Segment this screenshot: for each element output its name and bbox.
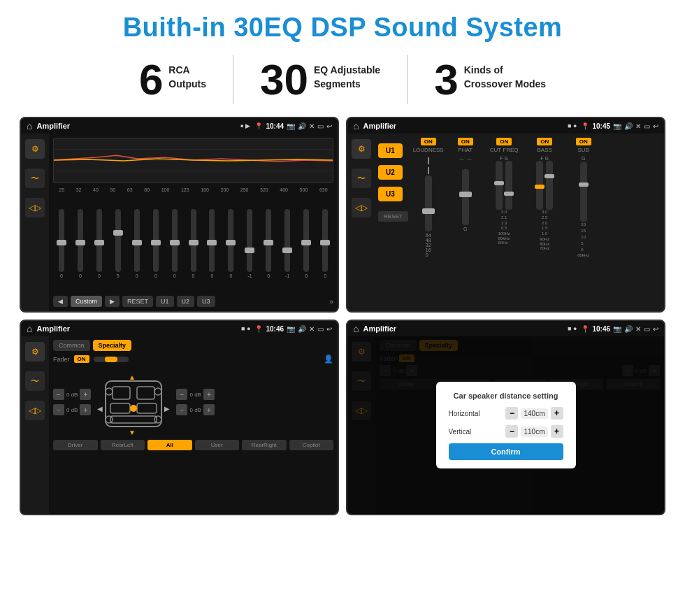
location-icon-4: 📍 [581, 325, 589, 333]
cutfreq-slider-f[interactable] [496, 161, 503, 210]
crossover-u3-btn[interactable]: U3 [378, 187, 403, 201]
svg-point-10 [106, 388, 113, 395]
back-icon-2[interactable]: ↩ [653, 122, 658, 130]
back-icon-4[interactable]: ↩ [653, 325, 658, 333]
crossover-u1-btn[interactable]: U1 [378, 143, 403, 158]
eq-play-btn[interactable]: ▶ [105, 296, 120, 307]
volume-icon-4: 🔊 [624, 325, 633, 333]
phat-label: PHAT [458, 147, 473, 153]
stat-crossover-label: Kinds ofCrossover Modes [464, 58, 546, 91]
loudness-slider[interactable] [425, 176, 432, 231]
crossover-u2-btn[interactable]: U2 [378, 165, 403, 180]
eq-x-icon: ✕ [309, 122, 315, 130]
db-plus-3[interactable]: + [203, 389, 215, 400]
eq-slider-2: 0 [91, 209, 108, 278]
distance-screen-title: Amplifier [363, 324, 563, 333]
eq-wave-icon[interactable]: 〜 [25, 169, 45, 188]
all-btn[interactable]: All [147, 440, 192, 450]
driver-btn[interactable]: Driver [53, 440, 98, 450]
eq-filter-icon[interactable]: ⚙ [25, 139, 45, 159]
home-icon-4[interactable]: ⌂ [353, 323, 359, 334]
copilot-btn[interactable]: Copilot [289, 440, 334, 450]
stats-row: 6 RCAOutputs 30 EQ AdjustableSegments 3 … [20, 55, 665, 104]
eq-u2-btn[interactable]: U2 [177, 296, 195, 307]
user-btn[interactable]: User [195, 440, 240, 450]
eq-custom-btn[interactable]: Custom [71, 296, 102, 307]
horizontal-minus-btn[interactable]: − [505, 407, 518, 420]
eq-u3-btn[interactable]: U3 [197, 296, 215, 307]
speaker-filter-icon[interactable]: ⚙ [25, 342, 45, 361]
horizontal-plus-btn[interactable]: + [551, 407, 563, 420]
dialog-vertical-control: − 110cm + [505, 425, 563, 438]
rearleft-btn[interactable]: RearLeft [101, 440, 145, 450]
db-minus-2[interactable]: − [53, 404, 64, 415]
bass-on: ON [537, 138, 552, 145]
eq-reset-btn[interactable]: RESET [122, 296, 153, 307]
crossover-speaker-icon[interactable]: ◁▷ [352, 198, 371, 217]
eq-track-12[interactable] [284, 209, 290, 272]
eq-slider-1: 0 [72, 209, 89, 278]
eq-track-3[interactable] [115, 209, 121, 272]
eq-track-6[interactable] [172, 209, 178, 272]
db-minus-3[interactable]: − [176, 389, 187, 400]
freq-500: 500 [300, 187, 308, 192]
svg-rect-4 [113, 387, 130, 399]
eq-prev-btn[interactable]: ◀ [53, 296, 68, 307]
eq-track-13[interactable] [303, 209, 309, 272]
status-bar-distance: ⌂ Amplifier ■ ● 📍 10:46 📷 🔊 ✕ ▭ ↩ [347, 321, 664, 336]
eq-track-14[interactable] [322, 209, 328, 272]
speaker-profile-icon[interactable]: 👤 [324, 354, 333, 364]
confirm-button[interactable]: Confirm [449, 443, 563, 460]
home-icon-3[interactable]: ⌂ [27, 323, 32, 334]
db-minus-1[interactable]: − [53, 389, 64, 400]
crossover-filter-icon[interactable]: ⚙ [352, 139, 371, 159]
speaker-wave-icon[interactable]: 〜 [25, 371, 45, 391]
eq-track-2[interactable] [96, 209, 102, 272]
db-plus-1[interactable]: + [80, 389, 91, 400]
fader-slider[interactable] [94, 357, 129, 362]
home-icon-2[interactable]: ⌂ [353, 120, 359, 131]
db-plus-2[interactable]: + [80, 404, 91, 415]
speaker-db-row-2: − 0 dB + [53, 404, 91, 415]
bass-slider-f[interactable] [536, 161, 543, 210]
fader-thumb [105, 357, 117, 362]
eq-track-1[interactable] [78, 209, 83, 272]
eq-slider-10: -1 [241, 209, 258, 278]
eq-track-9[interactable] [228, 209, 233, 272]
svg-point-9 [130, 405, 137, 412]
eq-screen-title: Amplifier [36, 122, 236, 130]
db-plus-4[interactable]: + [203, 404, 215, 415]
crossover-reset-btn[interactable]: RESET [378, 211, 408, 222]
eq-track-10[interactable] [247, 209, 252, 272]
eq-u1-btn[interactable]: U1 [156, 296, 174, 307]
rearright-btn[interactable]: RearRight [242, 440, 287, 450]
bass-slider-g[interactable] [546, 161, 553, 210]
speaker-spk-icon[interactable]: ◁▷ [25, 401, 45, 420]
vertical-minus-btn[interactable]: − [505, 425, 518, 438]
speaker-common-tab[interactable]: Common [53, 340, 90, 351]
eq-track-7[interactable] [191, 209, 196, 272]
cutfreq-slider-g[interactable] [505, 161, 512, 210]
stat-rca-number: 6 [139, 58, 163, 101]
eq-track-11[interactable] [266, 209, 271, 272]
back-icon-3[interactable]: ↩ [326, 325, 332, 333]
eq-track-5[interactable] [153, 209, 159, 272]
sub-slider[interactable] [580, 162, 587, 222]
eq-slider-3: 5 [110, 209, 127, 278]
eq-speaker-icon[interactable]: ◁▷ [25, 198, 45, 217]
crossover-wave-icon[interactable]: 〜 [352, 169, 371, 188]
eq-track-0[interactable] [59, 209, 64, 272]
eq-track-4[interactable] [134, 209, 140, 272]
eq-track-8[interactable] [209, 209, 215, 272]
vertical-plus-btn[interactable]: + [551, 425, 563, 438]
phat-slider[interactable] [462, 169, 469, 225]
vertical-value: 110cm [521, 427, 547, 437]
eq-time: 10:44 [266, 122, 284, 130]
home-icon[interactable]: ⌂ [27, 120, 32, 131]
stat-eq: 30 EQ AdjustableSegments [233, 58, 407, 101]
speaker-specialty-tab[interactable]: Specialty [93, 340, 132, 351]
eq-slider-11: 0 [260, 209, 277, 278]
loudness-col: ON LOUDNESS 644832160 [411, 138, 446, 307]
db-minus-4[interactable]: − [176, 404, 187, 415]
back-icon[interactable]: ↩ [326, 122, 332, 130]
